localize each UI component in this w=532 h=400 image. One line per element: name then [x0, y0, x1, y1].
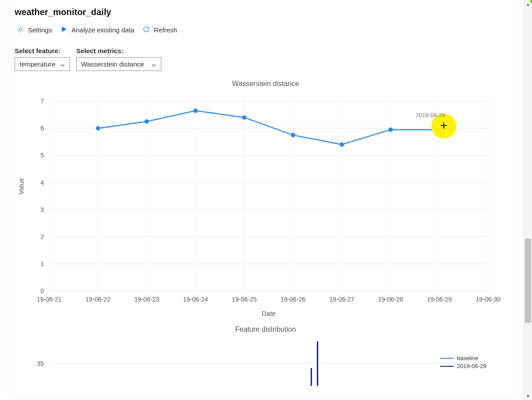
metrics-value: Wasserstein distance [81, 60, 144, 68]
svg-text:19-06-23: 19-06-23 [134, 296, 159, 303]
analyze-button[interactable]: Analyze existing data [60, 25, 134, 35]
legend-baseline-label: baseline [457, 355, 478, 361]
vertical-scrollbar[interactable]: ▲ ▼ [524, 0, 532, 400]
main-panel: weather_monitor_daily Settings Analyze e… [8, 0, 519, 400]
legend-baseline: baseline [440, 355, 487, 361]
feature-label: Select feature: [15, 47, 70, 55]
svg-text:19-06-26: 19-06-26 [281, 296, 305, 303]
svg-point-44 [388, 127, 393, 132]
page-title: weather_monitor_daily [15, 7, 513, 17]
svg-text:35: 35 [37, 360, 44, 367]
chart-wasserstein[interactable]: Wasserstein distance Value 0123456719-06… [18, 80, 513, 322]
chart2-title: Feature distribution [18, 325, 513, 333]
chart2-svg[interactable]: 35 [18, 337, 501, 386]
svg-text:19-06-27: 19-06-27 [329, 296, 354, 303]
metrics-label: Select metrics: [76, 47, 161, 55]
svg-point-40 [193, 109, 198, 113]
chart1-svg[interactable]: 0123456719-06-2119-06-2219-06-2319-06-24… [18, 91, 501, 322]
svg-text:19-06-25: 19-06-25 [232, 296, 257, 303]
legend-date-label: 2019-06-29 [457, 363, 487, 369]
svg-text:6: 6 [40, 125, 44, 132]
svg-text:19-06-24: 19-06-24 [183, 296, 208, 303]
gear-icon [16, 25, 24, 35]
scroll-thumb[interactable] [525, 239, 531, 323]
svg-text:+: + [440, 118, 447, 132]
svg-point-0 [20, 28, 22, 31]
svg-text:19-06-30: 19-06-30 [476, 296, 501, 303]
chevron-down-icon [151, 62, 156, 67]
refresh-button[interactable]: Refresh [142, 25, 177, 35]
svg-point-38 [96, 126, 100, 130]
svg-point-43 [340, 142, 344, 147]
chart1-title: Wasserstein distance [18, 80, 513, 88]
legend-date: 2019-06-29 [440, 363, 487, 369]
svg-point-41 [242, 115, 246, 120]
chart1-ylabel: Value [17, 178, 25, 194]
feature-value: temperature [20, 60, 55, 68]
svg-text:1: 1 [40, 260, 44, 267]
settings-button[interactable]: Settings [16, 25, 52, 35]
svg-text:0: 0 [40, 287, 44, 294]
metrics-dropdown[interactable]: Wasserstein distance [76, 57, 161, 71]
svg-text:2: 2 [40, 233, 44, 240]
refresh-icon [142, 25, 150, 35]
feature-dropdown[interactable]: temperature [15, 57, 70, 71]
svg-text:19-06-28: 19-06-28 [378, 296, 403, 303]
play-icon [60, 25, 68, 35]
svg-text:2019-06-29: 2019-06-29 [416, 112, 446, 118]
settings-label: Settings [28, 26, 52, 34]
svg-text:7: 7 [40, 98, 44, 105]
svg-text:Date: Date [262, 310, 276, 317]
svg-text:19-06-29: 19-06-29 [427, 296, 452, 303]
svg-text:4: 4 [40, 179, 44, 186]
selectors-row: Select feature: temperature Select metri… [15, 47, 513, 71]
analyze-label: Analyze existing data [71, 26, 134, 34]
svg-point-42 [291, 133, 295, 137]
svg-text:19-06-22: 19-06-22 [86, 296, 110, 303]
svg-point-39 [145, 119, 149, 124]
toolbar: Settings Analyze existing data Refresh [16, 25, 513, 35]
chart2-legend: baseline 2019-06-29 [440, 353, 487, 371]
refresh-label: Refresh [154, 26, 177, 34]
chevron-down-icon [60, 62, 65, 67]
chart-feature-distribution[interactable]: Feature distribution 35 baseline 2019-06… [18, 325, 513, 386]
svg-text:5: 5 [40, 152, 44, 159]
scroll-track[interactable] [525, 8, 531, 392]
svg-text:19-06-21: 19-06-21 [37, 296, 62, 303]
svg-text:3: 3 [40, 206, 44, 213]
scroll-down-button[interactable]: ▼ [524, 392, 532, 400]
